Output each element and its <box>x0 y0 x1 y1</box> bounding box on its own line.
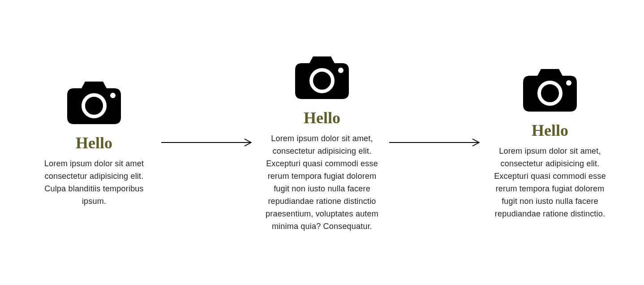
card-title: Hello <box>532 121 568 140</box>
flow-card-1: Hello Lorem ipsum dolor sit amet consect… <box>36 77 152 208</box>
arrow-icon <box>380 138 492 147</box>
card-title: Hello <box>76 134 112 152</box>
arrow-icon <box>152 138 264 147</box>
svg-point-4 <box>338 68 343 73</box>
svg-point-1 <box>110 93 116 98</box>
card-description: Lorem ipsum dolor sit amet, consectetur … <box>264 133 380 233</box>
card-description: Lorem ipsum dolor sit amet, consectetur … <box>492 145 608 220</box>
flow-card-3: Hello Lorem ipsum dolor sit amet, consec… <box>492 65 608 220</box>
flow-diagram: Hello Lorem ipsum dolor sit amet consect… <box>36 52 608 233</box>
card-title: Hello <box>304 108 340 127</box>
camera-icon <box>521 65 579 114</box>
flow-card-2: Hello Lorem ipsum dolor sit amet, consec… <box>264 52 380 233</box>
card-description: Lorem ipsum dolor sit amet consectetur a… <box>36 158 152 208</box>
svg-point-7 <box>566 80 571 86</box>
camera-icon <box>65 77 123 126</box>
camera-icon <box>293 52 351 101</box>
